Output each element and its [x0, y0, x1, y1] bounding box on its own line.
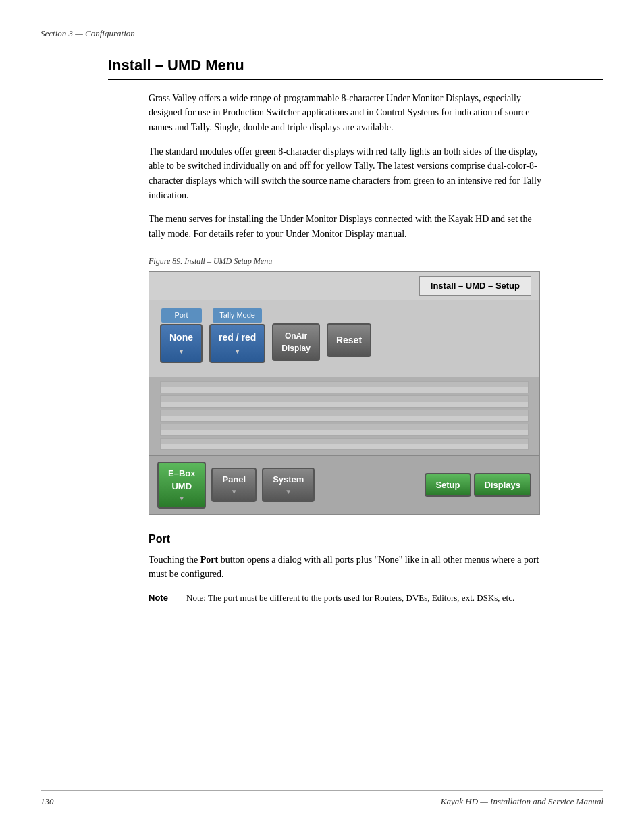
system-button[interactable]: System ▼ [262, 468, 315, 502]
paragraph-2: The standard modules offer green 8-chara… [149, 144, 549, 203]
onair-button[interactable]: OnAir Display [272, 323, 320, 361]
footer: 130 Kayak HD — Installation and Service … [41, 790, 603, 808]
paragraph-3: The menu serves for installing the Under… [149, 212, 549, 241]
tally-button-group: Tally Mode red / red ▼ [209, 308, 265, 363]
reset-button[interactable]: Reset [327, 323, 371, 357]
umd-panel: Install – UMD – Setup Port None ▼ Tally … [149, 271, 540, 515]
port-button-group: Port None ▼ [160, 308, 203, 363]
panel-header: Install – UMD – Setup [149, 272, 539, 301]
footer-page-number: 130 [41, 795, 54, 808]
port-label: Port [161, 308, 202, 323]
page-title: Install – UMD Menu [108, 54, 603, 80]
port-button[interactable]: None ▼ [160, 324, 203, 363]
figure-caption: Figure 89. Install – UMD Setup Menu [149, 255, 549, 267]
note-row: Note Note: The port must be different to… [149, 591, 549, 605]
port-paragraph: Touching the Port button opens a dialog … [149, 553, 549, 582]
tally-arrow: ▼ [234, 346, 241, 356]
displays-button[interactable]: Displays [474, 473, 531, 497]
stripe-area [149, 377, 539, 455]
port-arrow: ▼ [178, 346, 185, 356]
tally-label: Tally Mode [213, 308, 262, 323]
reset-button-group: Reset [327, 323, 371, 357]
panel-title: Install – UMD – Setup [419, 276, 531, 296]
tally-button[interactable]: red / red ▼ [209, 324, 265, 363]
onair-button-group: OnAir Display [272, 323, 320, 361]
bottom-left-buttons: E–Box UMD ▼ Panel ▼ System ▼ [157, 462, 315, 509]
footer-title: Kayak HD — Installation and Service Manu… [441, 795, 603, 808]
bottom-right-buttons: Setup Displays [425, 473, 531, 497]
panel-body: Port None ▼ Tally Mode red / red ▼ [149, 300, 539, 377]
panel-button[interactable]: Panel ▼ [211, 468, 257, 502]
setup-button[interactable]: Setup [425, 473, 471, 497]
bottom-bar: E–Box UMD ▼ Panel ▼ System ▼ Setup [149, 455, 539, 514]
paragraph-1: Grass Valley offers a wide range of prog… [149, 91, 549, 135]
note-label: Note [149, 591, 176, 605]
ebox-umd-button[interactable]: E–Box UMD ▼ [157, 462, 206, 509]
port-section-title: Port [149, 531, 549, 547]
section-header: Section 3 — Configuration [41, 27, 603, 40]
note-text: Note: The port must be different to the … [186, 591, 514, 605]
